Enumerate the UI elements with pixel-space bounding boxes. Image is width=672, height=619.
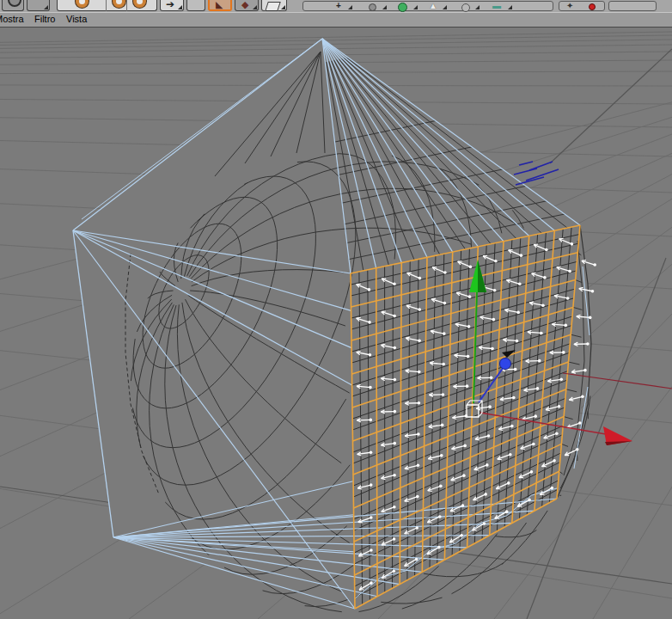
corner-triangle-icon [382,5,387,9]
modeling-glyph: ◆ [241,0,248,9]
layout-icon[interactable] [608,1,657,11]
corner-triangle-icon [348,5,352,9]
menu-item-vista[interactable]: Vista [66,13,87,27]
corner-triangle-icon [508,5,512,9]
corner-triangle-icon [44,5,48,9]
menu-item-mostra[interactable]: Mostra [0,13,24,27]
corner-triangle-icon [443,5,447,9]
move-tool-icon[interactable] [76,0,89,8]
page-glyph [265,2,281,11]
add-null-icon[interactable] [369,3,376,11]
cinema4d-window: ➔ ◣ ◆ + ▲ ▬ ✦ [0,0,672,619]
dropdown-icon[interactable] [27,0,50,11]
undo-glyph [8,0,21,7]
arrow-glyph: ➔ [166,0,174,9]
corner-triangle-icon [413,5,418,9]
transform-tools-group [57,0,157,11]
record-dot-icon[interactable] [589,3,596,10]
menu-item-filtro[interactable]: Filtro [34,13,55,27]
corner-triangle-icon [475,5,480,9]
add-object-icon[interactable]: + [336,1,341,11]
snap-group: ✦ [559,1,605,11]
add-deformer-icon[interactable] [461,3,470,12]
document-icon[interactable] [261,0,287,11]
active-tool-glyph: ◣ [216,0,223,9]
divider [106,0,107,11]
corner-triangle-icon [281,5,285,9]
add-pyramid-icon[interactable]: ▲ [429,1,437,11]
divider [126,0,127,11]
coordinate-system-icon[interactable] [186,0,205,11]
add-sphere-icon[interactable] [398,3,407,12]
modeling-tool-icon[interactable]: ◆ [235,0,259,11]
undo-icon[interactable] [2,0,24,11]
object-creation-group: + ▲ ▬ [302,1,553,11]
toolbar: ➔ ◣ ◆ + ▲ ▬ ✦ [0,0,672,12]
rotate-tool-icon[interactable] [133,0,146,8]
corner-triangle-icon [253,5,257,9]
viewport-canvas[interactable] [0,0,672,619]
add-scene-icon[interactable]: ▬ [492,1,501,11]
menu-bar: Mostra Filtro Vista [0,12,672,28]
coordinate-arrow-icon[interactable]: ➔ [160,0,184,11]
snap-icon[interactable]: ✦ [566,1,573,11]
corner-triangle-icon [178,5,182,9]
active-tool-icon[interactable]: ◣ [208,0,232,11]
scale-tool-icon[interactable] [113,0,125,8]
